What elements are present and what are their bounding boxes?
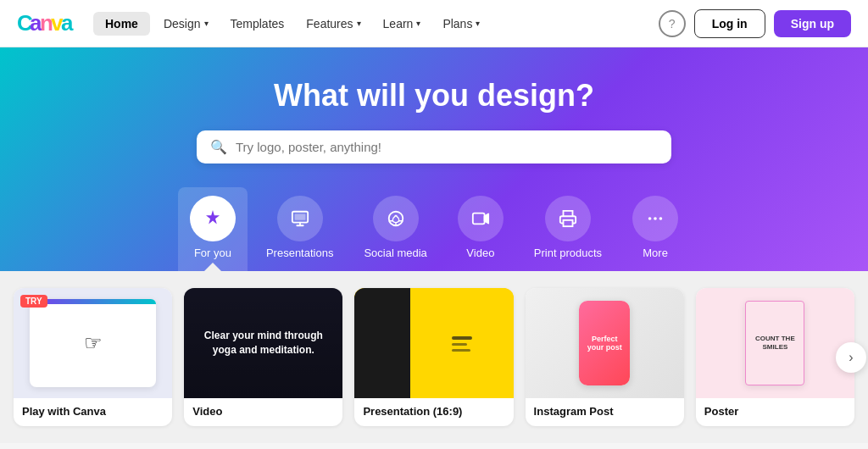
poster-mock: COUNT THE SMILES	[745, 301, 804, 385]
card-play-canva[interactable]: TRY ☞ Play with Canva	[14, 288, 172, 426]
video-icon	[458, 196, 504, 241]
nav-templates[interactable]: Templates	[220, 12, 295, 36]
nav-features-label: Features	[306, 17, 353, 30]
svg-point-9	[648, 217, 652, 220]
svg-rect-6	[294, 214, 305, 220]
signup-button[interactable]: Sign up	[774, 10, 851, 37]
print-products-label: Print products	[534, 247, 602, 259]
poster-inner: COUNT THE SMILES	[696, 288, 854, 398]
presentation-inner	[354, 288, 513, 398]
card-thumb-presentation	[354, 288, 513, 398]
instagram-inner: Perfect your post	[526, 288, 684, 398]
nav-design[interactable]: Design ▾	[153, 12, 219, 36]
search-bar: 🔍	[197, 130, 671, 164]
category-more[interactable]: More	[620, 187, 690, 271]
help-button[interactable]: ?	[659, 10, 686, 37]
card-thumb-play: TRY ☞	[14, 288, 172, 398]
pres-right	[410, 326, 514, 360]
play-card-inner: ☞	[30, 299, 157, 387]
learn-chevron-icon: ▾	[416, 19, 420, 28]
card-instagram[interactable]: Perfect your post Instagram Post	[526, 288, 684, 426]
category-for-you[interactable]: For you	[178, 187, 248, 271]
search-icon: 🔍	[210, 139, 227, 155]
nav-items: Design ▾ Templates Features ▾ Learn ▾ Pl…	[153, 12, 659, 36]
nav-plans-label: Plans	[442, 17, 472, 30]
presentations-label: Presentations	[266, 247, 334, 259]
video-card-inner: Clear your mind through yoga and meditat…	[184, 288, 342, 398]
card-play-label: Play with Canva	[14, 398, 172, 426]
print-products-icon	[545, 196, 591, 241]
category-tabs: For you Presentations Social	[178, 187, 690, 271]
card-poster[interactable]: COUNT THE SMILES Poster	[696, 288, 854, 426]
content-section: TRY ☞ Play with Canva Clear your mind th…	[0, 271, 868, 443]
features-chevron-icon: ▾	[357, 19, 361, 28]
social-media-icon	[373, 196, 419, 241]
for-you-label: For you	[194, 247, 231, 259]
home-nav-button[interactable]: Home	[93, 12, 150, 36]
presentations-icon	[277, 196, 323, 241]
search-input[interactable]	[236, 140, 658, 154]
nav-plans[interactable]: Plans ▾	[432, 12, 490, 36]
plans-chevron-icon: ▾	[476, 19, 480, 28]
card-presentation[interactable]: Presentation (16:9)	[354, 288, 513, 426]
nav-templates-label: Templates	[231, 17, 285, 30]
try-badge: TRY	[20, 295, 47, 308]
design-chevron-icon: ▾	[204, 19, 209, 28]
cursor-icon: ☞	[84, 331, 103, 355]
card-presentation-label: Presentation (16:9)	[354, 398, 513, 426]
more-icon	[632, 196, 678, 241]
svg-rect-8	[563, 220, 572, 226]
nav-right: ? Log in Sign up	[659, 9, 851, 38]
for-you-icon	[190, 196, 236, 241]
pres-left	[354, 288, 410, 398]
card-video-label: Video	[184, 398, 342, 426]
svg-rect-13	[452, 343, 467, 346]
card-thumb-poster: COUNT THE SMILES	[696, 288, 854, 398]
nav-learn-label: Learn	[383, 17, 414, 30]
video-label: Video	[466, 247, 494, 259]
svg-point-10	[654, 217, 657, 220]
svg-text:a: a	[61, 12, 74, 36]
phone-mock: Perfect your post	[579, 301, 630, 385]
category-presentations[interactable]: Presentations	[254, 187, 346, 271]
active-indicator	[204, 263, 221, 271]
hero-title: What will you design?	[274, 78, 594, 114]
nav-learn[interactable]: Learn ▾	[373, 12, 431, 36]
phone-screen: Perfect your post	[579, 301, 630, 385]
social-media-label: Social media	[364, 247, 426, 259]
navbar: C a n v a Home Design ▾ Templates Featur…	[0, 0, 868, 47]
svg-rect-12	[452, 336, 472, 340]
hero-section: What will you design? 🔍 For you	[0, 47, 868, 271]
next-arrow-button[interactable]: ›	[836, 342, 866, 373]
nav-design-label: Design	[164, 17, 201, 30]
cards-row: TRY ☞ Play with Canva Clear your mind th…	[14, 288, 854, 426]
card-thumb-video: Clear your mind through yoga and meditat…	[184, 288, 342, 398]
category-social-media[interactable]: Social media	[352, 187, 438, 271]
svg-rect-14	[452, 349, 470, 352]
category-video[interactable]: Video	[446, 187, 515, 271]
login-button[interactable]: Log in	[694, 9, 765, 38]
card-poster-label: Poster	[696, 398, 854, 426]
card-instagram-label: Instagram Post	[526, 398, 684, 426]
svg-point-11	[659, 217, 663, 220]
logo[interactable]: C a n v a	[17, 12, 76, 36]
svg-rect-7	[473, 213, 485, 224]
card-video[interactable]: Clear your mind through yoga and meditat…	[184, 288, 342, 426]
category-print-products[interactable]: Print products	[522, 187, 614, 271]
nav-features[interactable]: Features ▾	[296, 12, 370, 36]
more-label: More	[643, 247, 668, 259]
card-thumb-instagram: Perfect your post	[526, 288, 684, 398]
